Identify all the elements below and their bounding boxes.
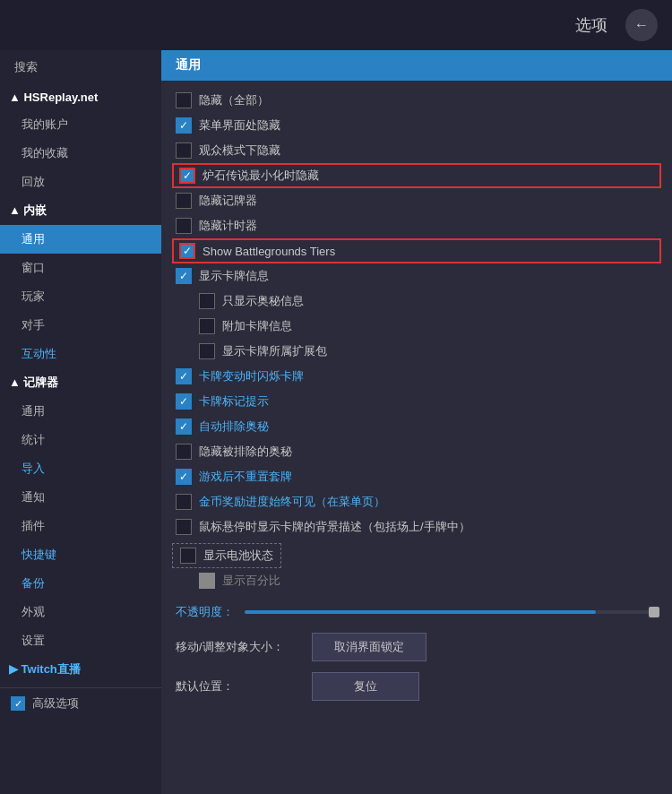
header-title: 选项 <box>575 14 607 36</box>
label-only-secrets: 只显示奥秘信息 <box>222 293 304 309</box>
option-hover-show-desc[interactable]: 鼠标悬停时显示卡牌的背景描述（包括场上/手牌中） <box>172 514 661 539</box>
battery-section: 显示电池状态 <box>172 543 281 568</box>
checkbox-show-bg-tiers[interactable] <box>179 243 195 259</box>
checkbox-hide-spectate[interactable] <box>176 142 192 159</box>
label-show-bg-tiers: Show Battlegrounds Tiers <box>202 245 335 258</box>
sidebar-item-twitch[interactable]: ▶ Twitch直播 <box>0 655 161 684</box>
sidebar-item-general[interactable]: 通用 <box>0 225 161 254</box>
sidebar-item-recorder[interactable]: ▲ 记牌器 <box>0 368 161 397</box>
sidebar-item-opponent[interactable]: 对手 <box>0 311 161 340</box>
advanced-options-checkbox[interactable] <box>11 696 25 711</box>
label-card-mark-tip: 卡牌标记提示 <box>199 393 269 410</box>
back-button[interactable]: ← <box>625 9 658 41</box>
checkbox-hide-timer[interactable] <box>176 218 192 234</box>
option-show-card-info[interactable]: 显示卡牌信息 <box>172 263 661 289</box>
header: 选项 ← <box>0 0 672 50</box>
option-flash-on-change[interactable]: 卡牌变动时闪烁卡牌 <box>172 364 661 389</box>
option-only-secrets[interactable]: 只显示奥秘信息 <box>195 289 661 314</box>
option-hide-all[interactable]: 隐藏（全部） <box>172 88 661 113</box>
content-body: 隐藏（全部） 菜单界面处隐藏 观众模式下隐藏 炉石传说最小化时隐藏 <box>161 81 672 713</box>
option-hide-tracker[interactable]: 隐藏记牌器 <box>172 188 661 213</box>
checkbox-hide-all[interactable] <box>176 92 192 108</box>
sidebar-search[interactable]: 搜索 <box>0 50 161 84</box>
checkbox-hide-excluded-secret[interactable] <box>176 444 192 460</box>
checkbox-hide-menu[interactable] <box>176 117 192 134</box>
label-hide-excluded-secret: 隐藏被排除的奥秘 <box>199 444 292 460</box>
option-hide-spectate[interactable]: 观众模式下隐藏 <box>172 138 661 163</box>
checkbox-battery[interactable] <box>180 548 196 564</box>
option-no-reset-deck[interactable]: 游戏后不重置套牌 <box>172 464 661 489</box>
label-show-percent: 显示百分比 <box>222 573 280 589</box>
sidebar-item-import[interactable]: 导入 <box>0 454 161 483</box>
option-coins-visible[interactable]: 金币奖励进度始终可见（在菜单页） <box>172 489 661 514</box>
sidebar-item-account[interactable]: 我的账户 <box>0 110 161 139</box>
sidebar-item-player[interactable]: 玩家 <box>0 282 161 311</box>
label-no-reset-deck: 游戏后不重置套牌 <box>199 469 292 485</box>
move-resize-row: 移动/调整对象大小： 取消界面锁定 <box>172 627 661 667</box>
unlock-layout-button[interactable]: 取消界面锁定 <box>312 633 426 661</box>
label-hide-timer: 隐藏计时器 <box>199 218 257 234</box>
default-position-row: 默认位置： 复位 <box>172 667 661 706</box>
sidebar-footer[interactable]: 高级选项 <box>0 687 161 719</box>
label-battery: 显示电池状态 <box>203 548 273 564</box>
checkbox-attach-card-info[interactable] <box>199 318 215 334</box>
label-hover-show-desc: 鼠标悬停时显示卡牌的背景描述（包括场上/手牌中） <box>199 519 470 535</box>
sidebar: 搜索 ▲ HSReplay.net 我的账户 我的收藏 回放 ▲ 内嵌 通用 窗… <box>0 50 161 794</box>
option-attach-card-info[interactable]: 附加卡牌信息 <box>195 314 661 339</box>
sidebar-item-plugins[interactable]: 插件 <box>0 512 161 540</box>
checkbox-flash-on-change[interactable] <box>176 368 192 384</box>
checkbox-coins-visible[interactable] <box>176 494 192 510</box>
option-show-percent[interactable]: 显示百分比 <box>195 568 661 593</box>
checkbox-card-mark-tip[interactable] <box>176 393 192 410</box>
sidebar-item-overlay[interactable]: ▲ 内嵌 <box>0 196 161 225</box>
sidebar-item-backup[interactable]: 备份 <box>0 569 161 598</box>
checkbox-auto-exclude-secret[interactable] <box>176 419 192 435</box>
checkbox-show-card-set[interactable] <box>199 343 215 359</box>
checkbox-hide-minimize[interactable] <box>179 168 195 184</box>
default-position-label: 默认位置： <box>176 678 301 695</box>
content-header: 通用 <box>161 50 672 81</box>
move-resize-label: 移动/调整对象大小： <box>176 639 301 655</box>
option-hide-timer[interactable]: 隐藏计时器 <box>172 213 661 238</box>
checkbox-show-card-info[interactable] <box>176 268 192 284</box>
sidebar-item-window[interactable]: 窗口 <box>0 254 161 282</box>
option-hide-excluded-secret[interactable]: 隐藏被排除的奥秘 <box>172 439 661 464</box>
checkbox-hide-tracker[interactable] <box>176 193 192 209</box>
sidebar-item-notify[interactable]: 通知 <box>0 483 161 512</box>
sidebar-item-replay[interactable]: 回放 <box>0 168 161 196</box>
sidebar-item-rec-general[interactable]: 通用 <box>0 397 161 426</box>
checkbox-only-secrets[interactable] <box>199 293 215 309</box>
checkbox-show-percent[interactable] <box>199 573 215 589</box>
opacity-thumb[interactable] <box>649 607 659 617</box>
opacity-slider[interactable] <box>245 610 658 614</box>
checkbox-hover-show-desc[interactable] <box>176 519 192 535</box>
sidebar-item-stats[interactable]: 统计 <box>0 426 161 454</box>
option-hide-menu[interactable]: 菜单界面处隐藏 <box>172 113 661 138</box>
option-auto-exclude-secret[interactable]: 自动排除奥秘 <box>172 414 661 439</box>
sidebar-item-hsreplay[interactable]: ▲ HSReplay.net <box>0 84 161 110</box>
label-flash-on-change: 卡牌变动时闪烁卡牌 <box>199 368 304 384</box>
sidebar-item-interactivity[interactable]: 互动性 <box>0 340 161 368</box>
option-hide-minimize[interactable]: 炉石传说最小化时隐藏 <box>172 163 661 188</box>
label-show-card-info: 显示卡牌信息 <box>199 268 269 284</box>
sidebar-item-shortcuts[interactable]: 快捷键 <box>0 540 161 569</box>
option-card-mark-tip[interactable]: 卡牌标记提示 <box>172 389 661 414</box>
sidebar-item-collection[interactable]: 我的收藏 <box>0 139 161 168</box>
option-show-card-set[interactable]: 显示卡牌所属扩展包 <box>195 339 661 364</box>
sidebar-item-appearance[interactable]: 外观 <box>0 598 161 626</box>
label-hide-spectate: 观众模式下隐藏 <box>199 142 280 159</box>
app-container: 选项 ← 搜索 ▲ HSReplay.net 我的账户 我的收藏 回放 ▲ 内嵌… <box>0 0 672 794</box>
sidebar-item-settings[interactable]: 设置 <box>0 626 161 655</box>
label-hide-all: 隐藏（全部） <box>199 92 269 108</box>
main-content: 搜索 ▲ HSReplay.net 我的账户 我的收藏 回放 ▲ 内嵌 通用 窗… <box>0 50 672 794</box>
option-show-bg-tiers[interactable]: Show Battlegrounds Tiers <box>172 238 661 263</box>
opacity-fill <box>245 610 596 614</box>
battery-section-wrapper: 显示电池状态 显示百分比 <box>172 543 661 593</box>
reset-position-button[interactable]: 复位 <box>312 672 419 701</box>
label-auto-exclude-secret: 自动排除奥秘 <box>199 419 269 435</box>
label-attach-card-info: 附加卡牌信息 <box>222 318 292 334</box>
label-coins-visible: 金币奖励进度始终可见（在菜单页） <box>199 494 385 510</box>
label-hide-menu: 菜单界面处隐藏 <box>199 117 280 134</box>
checkbox-no-reset-deck[interactable] <box>176 469 192 485</box>
content-area: 通用 隐藏（全部） 菜单界面处隐藏 观众模式下隐藏 <box>161 50 672 794</box>
